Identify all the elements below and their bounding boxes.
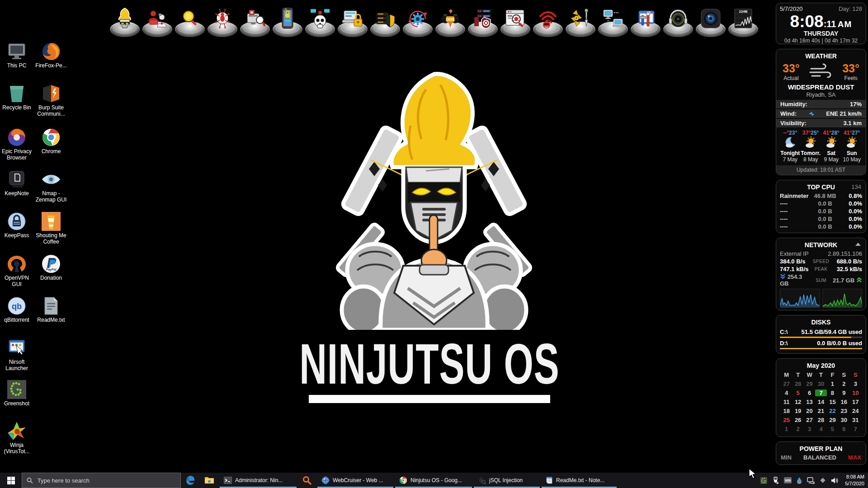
desktop-icon-label: Shouting Me Coffee xyxy=(35,233,67,245)
desktop-icon-winja[interactable]: Winja (VirusTot... xyxy=(0,421,33,455)
taskbar-edge-button[interactable] xyxy=(181,473,200,488)
dock-shuriken[interactable] xyxy=(564,2,597,41)
tray-volume-icon[interactable] xyxy=(831,477,839,484)
calendar-day: 25 xyxy=(781,417,792,423)
weather-title: WEATHER xyxy=(780,52,862,61)
rainmeter-sidebar: 5/7/2020 Day: 128 8:08:11 AM THURSDAY 0d… xyxy=(776,3,866,488)
tray-greenshot-icon[interactable] xyxy=(760,477,767,484)
desktop-icon-donation[interactable]: PayPal Donation xyxy=(35,254,67,282)
taskbar-search[interactable] xyxy=(22,473,181,488)
desktop-icon-readme[interactable]: ReadMe.txt xyxy=(35,296,67,324)
day-of-year: Day: 128 xyxy=(839,5,862,12)
desktop-icon-epic-browser[interactable]: Epic Privacy Browser xyxy=(0,127,33,161)
calendar-title: May 2020 xyxy=(780,361,862,371)
dock-audio[interactable] xyxy=(662,2,694,41)
disk-c-row: C:\51.5 GB/59.4 GB used xyxy=(780,328,862,335)
desktop-icon-nmap[interactable]: Nmap - Zenmap GUI xyxy=(35,169,67,203)
tray-vmware-icon[interactable]: vm xyxy=(784,477,792,483)
desktop-icon-keepnote[interactable]: KeepNote xyxy=(0,169,33,197)
desktop-icon-burp-suite[interactable]: Burp Suite Communi... xyxy=(35,84,67,117)
desktop-icon-keepass[interactable]: KeepPass xyxy=(0,211,33,239)
tray-usb-eject-icon[interactable] xyxy=(772,477,779,484)
tray-diamond-icon[interactable] xyxy=(820,477,826,483)
windows-logo-icon xyxy=(7,477,15,484)
desktop-icon-label: KeepNote xyxy=(0,191,33,197)
tray-network-icon[interactable] xyxy=(807,477,815,484)
calendar-day: 2 xyxy=(838,380,849,387)
calendar-day: 4 xyxy=(781,389,792,396)
power-current[interactable]: BALANCED xyxy=(803,454,836,461)
keepnote-icon xyxy=(7,169,27,189)
power-max[interactable]: MAX xyxy=(848,454,861,461)
disk-c-bar xyxy=(780,337,862,338)
svg-text:qb: qb xyxy=(12,302,22,311)
os-logo-text: NINJUTSU OS xyxy=(271,335,588,392)
taskbar-window-label: Ninjutsu OS - Goog... xyxy=(410,477,462,483)
desktop-icon-chrome[interactable]: Chrome xyxy=(35,127,67,155)
disks-widget: DISKS C:\51.5 GB/59.4 GB used D:\0.0 B/0… xyxy=(776,315,866,354)
dock-web-scanner[interactable] xyxy=(499,2,532,41)
dock-reverse-engineering[interactable] xyxy=(401,2,434,41)
dock-hacker-training[interactable] xyxy=(141,2,174,41)
dock-server-shield[interactable] xyxy=(369,2,401,41)
dock-anonymity[interactable] xyxy=(304,2,336,41)
search-icon xyxy=(27,477,33,484)
dock-camera[interactable] xyxy=(694,2,727,41)
dock-server-security[interactable] xyxy=(467,2,499,41)
desktop-icon-recycle-bin[interactable]: Recycle Bin xyxy=(0,84,33,111)
desktop-icon-firefox[interactable]: FireFox-Pe... xyxy=(35,42,67,69)
tray-water-drop-icon[interactable] xyxy=(797,477,802,484)
network-sum-row: 254.3 GB SUM 21.7 GB xyxy=(780,273,862,287)
wind-direction-icon xyxy=(808,111,815,117)
desktop-icon-openvpn[interactable]: OpenVPN GUI xyxy=(0,254,33,288)
wind-condition-icon xyxy=(809,63,833,81)
shuriken-kunai-icon xyxy=(570,8,591,29)
network-graph-icon: 224B xyxy=(733,8,753,29)
calendar-day: 11 xyxy=(781,399,792,405)
text-file-icon xyxy=(41,296,61,316)
taskbar-window-label: ReadMe.txt - Note... xyxy=(556,477,604,483)
desktop-icon-nirsoft[interactable]: Nirsoft Launcher xyxy=(0,338,33,372)
desktop-icon-greenshot[interactable]: Greenshot xyxy=(0,380,33,407)
taskbar-search-tool-button[interactable] xyxy=(297,473,316,488)
taskbar-window-label: jSQL Injection xyxy=(489,477,523,483)
calendar-day: 5 xyxy=(792,389,803,396)
speaker-headphones-icon xyxy=(668,8,689,29)
dock-system-tools[interactable] xyxy=(629,2,662,41)
dock-osint-search[interactable] xyxy=(174,2,206,41)
calendar-day: 4 xyxy=(815,426,826,432)
dock-credentials[interactable] xyxy=(336,2,369,41)
taskbar-window-notepad[interactable]: ReadMe.txt - Note... xyxy=(541,473,618,488)
upload-graph xyxy=(822,289,863,308)
dock-network-monitor[interactable]: 224B xyxy=(727,2,760,41)
desktop-icon-qbittorrent[interactable]: qb qBittorrent xyxy=(0,296,33,324)
desktop-icon-label: Epic Privacy Browser xyxy=(0,149,33,161)
dock-dos-attack[interactable]: DOS xyxy=(434,2,467,41)
taskbar-window-webcruiser[interactable]: WebCruiser - Web ... xyxy=(316,473,394,488)
start-button[interactable] xyxy=(0,473,22,488)
cpu-row: ---- 0.0 B 0.0% xyxy=(780,223,862,230)
dock-remote-desktop[interactable] xyxy=(597,2,629,41)
taskbar-explorer-button[interactable] xyxy=(200,473,219,488)
dock-ninjutsu-logo[interactable]: Ninjutsu xyxy=(108,2,141,41)
power-min[interactable]: MIN xyxy=(781,454,792,461)
dock-forensics[interactable] xyxy=(239,2,271,41)
keepass-lock-icon xyxy=(7,211,27,231)
external-ip-label: External IP xyxy=(780,250,809,257)
clock-widget: 5/7/2020 Day: 128 8:08:11 AM THURSDAY 0d… xyxy=(776,3,866,44)
desktop-icon-shouting-me-coffee[interactable]: Shouting Me Coffee xyxy=(35,211,67,245)
tray-clock[interactable]: 8:08 AM 5/7/2020 xyxy=(845,474,864,487)
taskbar-window-jsql[interactable]: jSQL Injection xyxy=(473,473,541,488)
dock-mobile-security[interactable] xyxy=(271,2,304,41)
dock-wifi-attack[interactable] xyxy=(532,2,564,41)
taskbar-window-chrome[interactable]: Ninjutsu OS - Goog... xyxy=(394,473,473,488)
taskbar-window-admin-terminal[interactable]: Administrator: Nin... xyxy=(219,473,297,488)
desktop-icon-this-pc[interactable]: This PC xyxy=(0,42,33,69)
firefox-icon xyxy=(41,42,61,61)
network-widget: NETWORK External IP 2.89.151.106 384.0 B… xyxy=(776,238,866,310)
disk-d-row: D:\0.0 B/0.0 B used xyxy=(780,340,862,347)
calendar-grid: M T W T F S S 27 28 29 30 1 2 3 4 5 6 7 … xyxy=(780,371,862,434)
search-input[interactable] xyxy=(37,477,176,484)
dock-malware-bug[interactable] xyxy=(206,2,239,41)
collapse-arrow-icon[interactable] xyxy=(855,242,861,246)
